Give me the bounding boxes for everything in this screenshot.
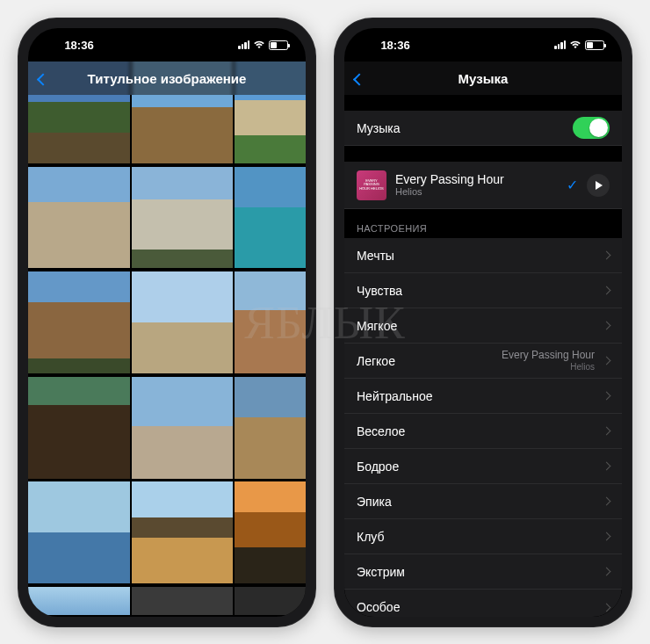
photo-thumb[interactable] [28,377,130,479]
photo-thumb[interactable] [28,481,130,583]
play-button[interactable] [587,174,610,197]
mood-row[interactable]: Экстрим [344,554,622,590]
wifi-icon [569,40,581,49]
list-content[interactable]: Музыка EVERY PASSING HOUR HELIOS Every P… [344,95,622,617]
chevron-left-icon [37,73,49,85]
chevron-right-icon [603,462,611,471]
photo-thumb[interactable] [28,271,130,373]
mood-row[interactable]: Особое [344,590,622,617]
section-header: НАСТРОЕНИЯ [344,209,622,238]
chevron-right-icon [603,603,611,611]
photo-grid[interactable] [28,62,306,617]
screen-right: 18:36 Музыка Музыка EVERY PASSING HOUR H… [344,28,622,617]
chevron-right-icon [603,568,611,576]
photo-thumb[interactable] [235,271,306,373]
status-time: 18:36 [369,39,422,52]
mood-label: Особое [357,600,400,614]
chevron-right-icon [603,286,611,295]
chevron-right-icon [603,532,611,541]
photo-thumb[interactable] [235,377,306,479]
chevron-left-icon [353,73,365,85]
battery-icon [269,40,288,50]
mood-label: Бодрое [357,459,399,474]
photo-thumb[interactable] [235,587,306,615]
mood-row[interactable]: Нейтральное [344,379,622,414]
music-switch[interactable] [573,117,610,139]
mood-detail: Every Passing Hour Helios [502,350,595,372]
chevron-right-icon [603,497,611,506]
chevron-right-icon [603,392,611,401]
photo-thumb[interactable] [132,271,234,373]
chevron-right-icon [603,251,611,260]
album-art: EVERY PASSING HOUR HELIOS [357,170,386,200]
notch [417,28,549,49]
mood-row[interactable]: Эпика [344,484,622,519]
status-indicators [543,40,604,50]
mood-label: Легкое [357,354,395,368]
mood-label: Экстрим [357,565,405,579]
phone-left: 18:36 [18,18,316,627]
photo-thumb[interactable] [28,587,130,615]
phone-right: 18:36 Музыка Музыка EVERY PASSING HOUR H… [334,18,632,627]
mood-label: Клуб [357,530,385,544]
song-title: Every Passing Hour [395,172,504,187]
page-title: Титульное изображение [88,71,247,86]
song-artist: Helios [395,186,504,198]
wifi-icon [253,40,265,49]
mood-label: Чувства [357,284,402,298]
notch [101,28,233,49]
page-title: Музыка [459,71,509,86]
current-song-row[interactable]: EVERY PASSING HOUR HELIOS Every Passing … [344,162,622,209]
signal-icon [554,40,566,49]
chevron-right-icon [603,322,611,330]
mood-label: Мечты [357,249,394,263]
photo-thumb[interactable] [132,587,234,615]
mood-label: Веселое [357,424,405,438]
back-button[interactable] [39,69,47,89]
navbar-left: Титульное изображение [28,62,306,95]
back-button[interactable] [355,69,364,89]
status-indicators [227,40,288,50]
mood-row[interactable]: Мечты [344,238,622,273]
mood-row[interactable]: Бодрое [344,449,622,484]
music-toggle-row: Музыка [344,111,622,146]
mood-label: Мягкое [357,319,397,333]
photo-thumb[interactable] [132,481,234,583]
mood-row[interactable]: Веселое [344,414,622,449]
mood-label: Эпика [357,495,392,509]
mood-row[interactable]: Клуб [344,519,622,554]
chevron-right-icon [603,427,611,436]
navbar-right: Музыка [344,62,622,95]
photo-thumb[interactable] [132,377,234,479]
mood-row[interactable]: Мягкое [344,308,622,344]
signal-icon [238,40,249,49]
battery-icon [585,40,604,50]
photo-thumb[interactable] [132,167,234,269]
mood-row[interactable]: Чувства [344,273,622,308]
chevron-right-icon [603,357,611,365]
mood-row[interactable]: Легкое Every Passing Hour Helios [344,344,622,379]
status-time: 18:36 [53,39,105,52]
screen-left: 18:36 [28,28,306,617]
toggle-label: Музыка [357,121,401,135]
checkmark-icon: ✓ [567,177,578,193]
mood-label: Нейтральное [357,389,432,403]
photo-thumb[interactable] [235,167,306,269]
photo-thumb[interactable] [235,481,306,583]
photo-thumb[interactable] [28,167,130,269]
